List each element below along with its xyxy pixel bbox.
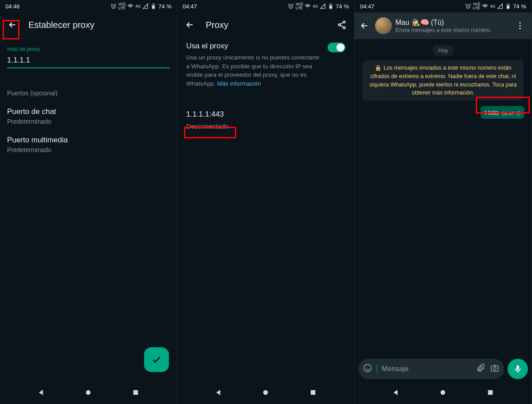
battery-icon xyxy=(505,3,511,9)
more-info-link[interactable]: Más información xyxy=(217,80,261,87)
nav-recent[interactable] xyxy=(132,388,140,398)
chat-port-title: Puerto de chat xyxy=(7,107,170,116)
alarm-icon xyxy=(465,3,471,9)
status-bar: 04:47 Vo))LTE 4G 74 % xyxy=(177,0,354,12)
encryption-banner[interactable]: 🔒Los mensajes enviados a este mismo núme… xyxy=(363,60,524,101)
status-bar: 04:46 Vo))LTE 4G 74 % xyxy=(0,0,177,12)
network-label: 4G xyxy=(135,4,141,8)
status-time: 04:47 xyxy=(183,3,197,10)
battery-percent: 74 % xyxy=(336,3,349,10)
input-cursor xyxy=(377,364,377,374)
wifi-icon xyxy=(305,3,311,9)
svg-rect-18 xyxy=(508,4,509,4)
app-bar: Establecer proxy xyxy=(0,12,177,37)
status-right: Vo))LTE 4G 74 % xyxy=(288,2,349,10)
clock-icon xyxy=(516,111,521,116)
share-button[interactable] xyxy=(333,16,351,34)
back-button[interactable] xyxy=(181,16,199,34)
avatar[interactable] xyxy=(375,17,392,34)
nav-back[interactable] xyxy=(392,388,400,398)
mic-button[interactable] xyxy=(508,359,528,379)
battery-icon xyxy=(328,3,334,9)
emoji-icon[interactable] xyxy=(363,363,372,375)
svg-point-4 xyxy=(86,390,91,395)
nav-home[interactable] xyxy=(84,388,92,398)
back-button[interactable] xyxy=(357,17,372,35)
form-area: Host de proxy Puertos (opcional) Puerto … xyxy=(0,37,177,153)
chat-port-row[interactable]: Puerto de chat Predeterminado xyxy=(7,107,170,125)
svg-point-23 xyxy=(364,365,372,372)
contact-name: Mau 🕵️🧠 (Tú) xyxy=(395,18,508,27)
nav-recent[interactable] xyxy=(486,388,494,398)
svg-rect-8 xyxy=(330,5,332,8)
svg-rect-27 xyxy=(488,390,493,395)
network-label: 4G xyxy=(490,4,495,8)
use-proxy-toggle[interactable] xyxy=(328,43,345,52)
signal-icon xyxy=(142,3,149,9)
svg-rect-14 xyxy=(311,390,316,395)
nav-back[interactable] xyxy=(215,388,223,398)
network-label: 4G xyxy=(313,4,318,8)
nav-recent[interactable] xyxy=(309,388,317,398)
camera-icon[interactable] xyxy=(490,363,500,375)
ports-section-label: Puertos (opcional) xyxy=(7,90,170,97)
alarm-icon xyxy=(110,3,117,9)
contact-sub: Envía mensajes a este mismo número. xyxy=(395,27,508,33)
page-title: Establecer proxy xyxy=(28,20,173,30)
media-port-title: Puerto multimedia xyxy=(7,136,170,145)
svg-rect-2 xyxy=(153,5,154,8)
use-proxy-desc: Usa un proxy únicamente si no puedes con… xyxy=(186,53,322,88)
back-button[interactable] xyxy=(4,16,21,34)
message-bubble-out[interactable]: Hola 04:47 xyxy=(481,106,524,119)
confirm-fab[interactable] xyxy=(144,347,169,372)
battery-icon xyxy=(150,3,156,9)
nav-back[interactable] xyxy=(37,388,45,398)
proxy-host-input[interactable] xyxy=(7,54,170,68)
page-title: Proxy xyxy=(206,20,326,30)
input-bar: Mensaje xyxy=(358,359,528,379)
svg-point-19 xyxy=(519,22,520,24)
content: Usa el proxy Usa un proxy únicamente si … xyxy=(177,37,354,130)
signal-icon xyxy=(497,3,503,9)
proxy-status: Desconectado xyxy=(186,122,345,130)
message-input[interactable]: Mensaje xyxy=(358,359,504,379)
use-proxy-row[interactable]: Usa el proxy Usa un proxy únicamente si … xyxy=(186,42,345,88)
host-label: Host de proxy xyxy=(7,46,170,52)
status-time: 04:47 xyxy=(360,3,375,10)
nav-home[interactable] xyxy=(439,388,447,398)
nav-home[interactable] xyxy=(262,388,270,398)
screen-establecer-proxy: 04:46 Vo))LTE 4G 74 % Establecer proxy H… xyxy=(0,0,177,404)
media-port-row[interactable]: Puerto multimedia Predeterminado xyxy=(7,136,170,153)
attach-icon[interactable] xyxy=(476,363,485,375)
message-time: 04:47 xyxy=(502,111,514,116)
use-proxy-title: Usa el proxy xyxy=(186,42,322,51)
message-meta: 04:47 xyxy=(502,111,521,116)
status-right: Vo))LTE 4G 74 % xyxy=(465,2,526,10)
wifi-icon xyxy=(127,3,133,9)
volte-icon: Vo))LTE xyxy=(118,2,126,10)
wifi-icon xyxy=(482,3,488,9)
svg-point-21 xyxy=(519,28,520,29)
status-bar: 04:47 Vo))LTE 4G 74 % xyxy=(355,0,532,12)
svg-rect-17 xyxy=(507,5,509,8)
app-bar: Proxy xyxy=(177,12,354,37)
screen-proxy: 04:47 Vo))LTE 4G 74 % Proxy xyxy=(177,0,355,404)
svg-rect-3 xyxy=(153,4,154,4)
android-nav-bar xyxy=(355,383,532,404)
svg-rect-24 xyxy=(491,366,499,371)
android-nav-bar xyxy=(0,383,177,404)
proxy-host-row[interactable]: 1.1.1.1:443 xyxy=(186,110,345,119)
battery-percent: 74 % xyxy=(158,3,172,10)
input-placeholder: Mensaje xyxy=(382,365,471,373)
signal-icon xyxy=(320,3,326,9)
volte-icon: Vo))LTE xyxy=(296,2,303,10)
more-button[interactable] xyxy=(511,17,529,35)
message-text: Hola xyxy=(485,109,499,116)
lock-icon: 🔒 xyxy=(375,65,382,71)
svg-point-25 xyxy=(493,367,496,370)
chat-titles[interactable]: Mau 🕵️🧠 (Tú) Envía mensajes a este mismo… xyxy=(395,18,508,33)
screen-chat: 04:47 Vo))LTE 4G 74 % Mau 🕵️🧠 (Tú) xyxy=(355,0,532,404)
chat-port-sub: Predeterminado xyxy=(7,118,170,125)
media-port-sub: Predeterminado xyxy=(7,146,170,153)
chat-body: Hoy 🔒Los mensajes enviados a este mismo … xyxy=(355,39,532,404)
